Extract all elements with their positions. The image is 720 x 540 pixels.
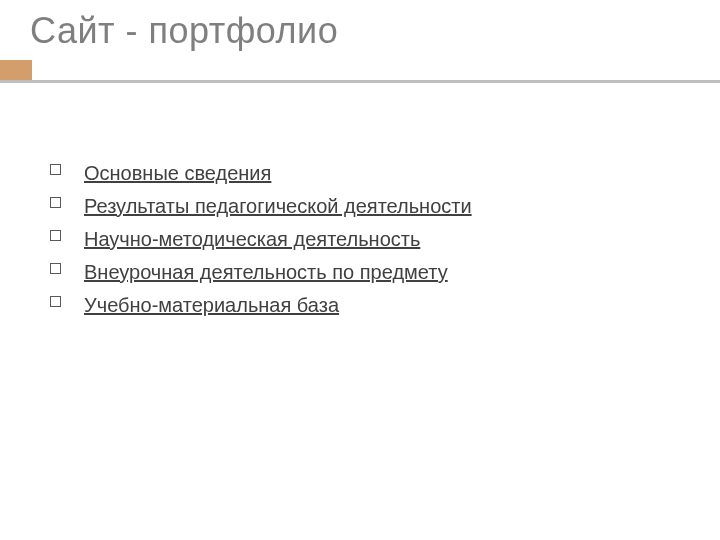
- list-item: Основные сведения: [50, 160, 670, 187]
- page-title: Сайт - портфолио: [30, 10, 338, 52]
- square-bullet-icon: [50, 296, 61, 307]
- square-bullet-icon: [50, 164, 61, 175]
- square-bullet-icon: [50, 230, 61, 241]
- list-item-link[interactable]: Основные сведения: [84, 162, 271, 184]
- list-item: Результаты педагогической деятельности: [50, 193, 670, 220]
- content-area: Основные сведения Результаты педагогичес…: [50, 160, 670, 325]
- list-item-link[interactable]: Внеурочная деятельность по предмету: [84, 261, 448, 283]
- list-item: Научно-методическая деятельность: [50, 226, 670, 253]
- list-item-link[interactable]: Учебно-материальная база: [84, 294, 339, 316]
- accent-block: [0, 60, 32, 80]
- divider-line: [0, 80, 720, 83]
- list-item: Внеурочная деятельность по предмету: [50, 259, 670, 286]
- title-divider: [0, 60, 720, 88]
- slide: Сайт - портфолио Основные сведения Резул…: [0, 0, 720, 540]
- square-bullet-icon: [50, 197, 61, 208]
- square-bullet-icon: [50, 263, 61, 274]
- bullet-list: Основные сведения Результаты педагогичес…: [50, 160, 670, 319]
- list-item-link[interactable]: Научно-методическая деятельность: [84, 228, 420, 250]
- list-item: Учебно-материальная база: [50, 292, 670, 319]
- list-item-link[interactable]: Результаты педагогической деятельности: [84, 195, 472, 217]
